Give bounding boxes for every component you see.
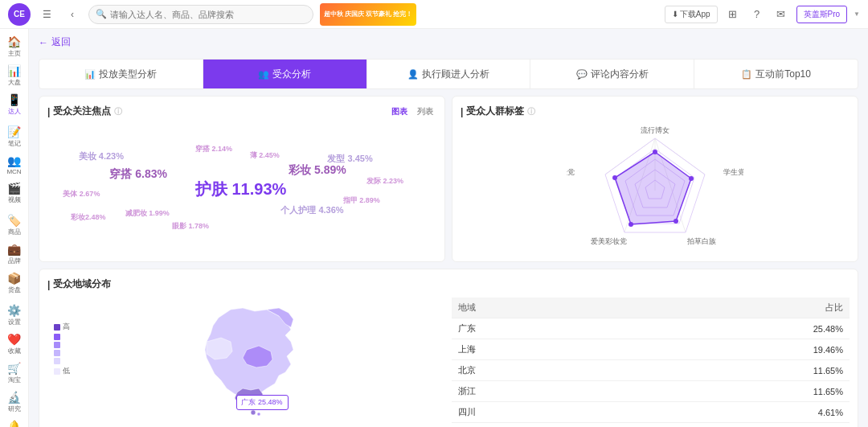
region-col-header: 地域 (452, 298, 617, 318)
sidebar-label-taobao: 淘宝 (8, 376, 21, 384)
table-row: 北京11.65% (452, 360, 850, 381)
tab-kol[interactable]: 👤 执行顾进人分析 (367, 60, 531, 88)
percent-cell: 19.46% (617, 339, 850, 360)
sidebar-label-notes: 笔记 (8, 139, 21, 148)
legend-dot-3 (54, 342, 60, 348)
word-hufu: 护肤 11.93% (195, 179, 286, 200)
percent-cell: 11.65% (617, 381, 850, 402)
sidebar-item-taobao[interactable]: 🛒 淘宝 (2, 359, 27, 388)
back-label: 返回 (51, 35, 71, 49)
radar-chart-container: 流行博女 学生党 拍草白族 爱美彩妆党 专注护肤党 (461, 125, 850, 253)
region-card-title: | 受众地域分布 (47, 277, 850, 291)
sidebar-item-video[interactable]: 🎬 视频 (2, 179, 27, 207)
tab-interaction[interactable]: 📋 互动前Top10 (694, 60, 858, 88)
product-icon: 🏷️ (7, 214, 21, 227)
svg-point-14 (628, 222, 633, 227)
sidebar-label-video: 视频 (8, 195, 21, 204)
legend-dot-2 (54, 334, 60, 340)
sidebar-item-home[interactable]: 🏠 主页 (2, 32, 27, 61)
word-geren: 个人护理 4.36% (280, 204, 343, 216)
grid-icon[interactable]: ⊞ (724, 6, 742, 23)
sidebar-item-dashboard[interactable]: 📊 大盘 (2, 61, 27, 90)
sidebar-item-inventory[interactable]: 📦 货盘 (2, 269, 27, 298)
legend-dot-5 (54, 358, 60, 364)
sidebar-label-inventory: 货盘 (8, 285, 21, 294)
region-table-header-row: 地域 占比 (452, 298, 850, 318)
chart-view-toggle[interactable]: 图表 (388, 105, 411, 118)
taobao-icon: 🛒 (7, 362, 21, 375)
region-cell: 北京 (452, 360, 617, 381)
word-extra1: 发际 2.23% (366, 176, 403, 187)
menu-icon[interactable]: ☰ (37, 5, 56, 24)
help-icon[interactable]: ? (748, 6, 766, 23)
word-bo: 薄 2.45% (250, 150, 280, 161)
broadcast-tab-label: 投放美型分析 (99, 68, 157, 81)
svg-text:爱美彩妆党: 爱美彩妆党 (591, 237, 627, 245)
word-cloud-area: 护肤 11.93% 穿搭 6.83% 彩妆 5.89% 美妆 4.23% 个人护… (47, 125, 436, 253)
tab-comment[interactable]: 💬 评论内容分析 (530, 60, 694, 88)
tab-broadcast[interactable]: 📊 投放美型分析 (39, 60, 203, 88)
radar-bar-icon: | (461, 106, 463, 117)
focus-help-icon[interactable]: ⓘ (114, 106, 122, 117)
sidebar-item-settings[interactable]: ⚙️ 设置 (2, 301, 27, 330)
region-card: | 受众地域分布 高 (39, 269, 858, 427)
region-cell: 浙江 (452, 381, 617, 402)
main-layout: 🏠 主页 📊 大盘 📱 达人 📝 笔记 👥 MCN 🎬 视频 🏷️ 商品 (0, 29, 868, 427)
sidebar-label-mcn: MCN (6, 168, 21, 175)
broadcast-tab-icon: 📊 (84, 69, 96, 80)
top-content-grid: | 受众关注焦点 ⓘ 图表 列表 护肤 11.93% 穿搭 6.83% 彩妆 5… (39, 96, 858, 262)
percent-cell: 25.48% (617, 318, 850, 339)
sidebar-item-mcn[interactable]: 👥 MCN (2, 151, 27, 179)
back-button[interactable]: ← 返回 (39, 35, 858, 49)
sidebar-item-product[interactable]: 🏷️ 商品 (2, 211, 27, 240)
back-nav-icon[interactable]: ‹ (63, 5, 82, 24)
radar-chart-svg: 流行博女 学生党 拍草白族 爱美彩妆党 专注护肤党 (567, 125, 743, 253)
word-extra2: 彩妆2.48% (71, 212, 106, 223)
legend-dot-low (54, 368, 60, 375)
download-app-button[interactable]: ⬇ 下载App (665, 6, 718, 23)
interaction-tab-icon: 📋 (741, 69, 752, 80)
sidebar-item-notification[interactable]: 🔔 社动 (2, 417, 27, 427)
focus-card: | 受众关注焦点 ⓘ 图表 列表 护肤 11.93% 穿搭 6.83% 彩妆 5… (39, 96, 445, 262)
kol-icon: 📱 (7, 93, 21, 106)
tab-audience[interactable]: 👥 受众分析 (203, 60, 367, 88)
region-cell: 四川 (452, 402, 617, 423)
sidebar-item-favorites[interactable]: ❤️ 收藏 (2, 330, 27, 359)
word-chuanda: 穿搭 6.83% (109, 167, 167, 182)
dropdown-arrow-icon[interactable]: ▼ (854, 10, 860, 18)
word-caizhuang: 彩妆 5.89% (289, 163, 346, 178)
top-right-actions: ⬇ 下载App ⊞ ? ✉ 英盖斯Pro ▼ (665, 6, 860, 23)
sidebar-item-notes[interactable]: 📝 笔记 (2, 122, 27, 151)
list-view-toggle[interactable]: 列表 (414, 105, 436, 118)
settings-icon: ⚙️ (7, 304, 21, 317)
word-meizhuang: 美妆 4.23% (79, 150, 124, 162)
notes-icon: 📝 (7, 125, 21, 138)
legend-low: 低 (54, 366, 70, 376)
mail-icon[interactable]: ✉ (772, 6, 790, 23)
promo-banner[interactable]: 超中秋 庆国庆 双节豪礼 抢完！ (320, 3, 416, 26)
search-bar: 🔍 (88, 5, 313, 24)
comment-tab-label: 评论内容分析 (591, 68, 649, 81)
svg-point-11 (653, 150, 657, 154)
search-input[interactable] (110, 10, 306, 19)
svg-point-15 (612, 175, 617, 180)
word-meiti: 美体 2.67% (63, 189, 100, 199)
region-cell: 上海 (452, 339, 617, 360)
table-row: 湖北4.23% (452, 423, 850, 428)
legend-3 (54, 342, 70, 348)
sidebar-item-brand[interactable]: 💼 品牌 (2, 240, 27, 269)
pro-badge-button[interactable]: 英盖斯Pro (796, 6, 848, 23)
svg-text:学生党: 学生党 (723, 168, 743, 176)
focus-card-title: | 受众关注焦点 ⓘ 图表 列表 (47, 105, 436, 118)
radar-help-icon[interactable]: ⓘ (527, 106, 535, 117)
view-toggle: 图表 列表 (388, 105, 436, 118)
sidebar-item-research[interactable]: 🔬 研究 (2, 388, 27, 417)
word-zhijia: 指甲 2.89% (343, 195, 380, 206)
svg-marker-10 (615, 152, 691, 224)
region-table-scroll[interactable]: 地域 占比 广东25.48%上海19.46%北京11.65%浙江11.65%四川… (452, 298, 850, 427)
legend-5 (54, 358, 70, 364)
svg-point-22 (257, 413, 260, 416)
sidebar-item-kol[interactable]: 📱 达人 (2, 90, 27, 119)
sidebar-label-dashboard: 大盘 (8, 78, 21, 87)
kol-tab-icon: 👤 (407, 69, 419, 80)
